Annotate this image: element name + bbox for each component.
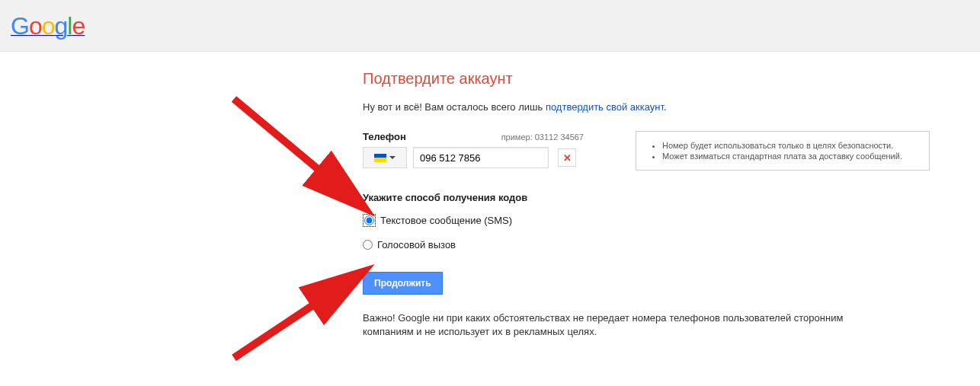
intro-text: Ну вот и всё! Вам осталось всего лишь по… <box>363 101 980 113</box>
info-item: Номер будет использоваться только в целя… <box>662 141 915 150</box>
radio-voice-label: Голосовой вызов <box>377 239 456 250</box>
phone-example: пример: 03112 34567 <box>501 132 584 142</box>
page-title: Подтвердите аккаунт <box>363 70 980 88</box>
country-selector[interactable] <box>363 147 407 168</box>
header: Google <box>0 0 980 52</box>
phone-label: Телефон <box>363 131 406 142</box>
chevron-down-icon <box>389 156 396 159</box>
privacy-notice: Важно! Google ни при каких обстоятельств… <box>363 311 866 339</box>
radio-voice[interactable]: Голосовой вызов <box>363 239 980 250</box>
close-icon: ✕ <box>563 152 572 164</box>
continue-button[interactable]: Продолжить <box>363 272 443 295</box>
delivery-method-section: Укажите способ получения кодов Текстовое… <box>363 192 980 250</box>
info-tooltip: Номер будет использоваться только в целя… <box>636 131 930 171</box>
confirm-account-link[interactable]: подтвердить свой аккаунт <box>546 101 664 113</box>
delivery-method-label: Укажите способ получения кодов <box>363 192 980 203</box>
radio-sms[interactable]: Текстовое сообщение (SMS) <box>363 214 980 227</box>
radio-sms-label: Текстовое сообщение (SMS) <box>380 215 512 226</box>
radio-voice-input[interactable] <box>363 240 373 250</box>
clear-button[interactable]: ✕ <box>558 148 576 167</box>
radio-sms-input[interactable] <box>364 215 374 225</box>
main-content: Подтвердите аккаунт Ну вот и всё! Вам ос… <box>0 52 980 339</box>
phone-input[interactable] <box>413 147 549 168</box>
flag-icon <box>374 154 386 162</box>
google-logo[interactable]: Google <box>11 12 85 40</box>
info-item: Может взиматься стандартная плата за дос… <box>662 152 915 161</box>
phone-row: Телефон пример: 03112 34567 ✕ Номер буде… <box>363 131 980 171</box>
phone-section: Телефон пример: 03112 34567 ✕ <box>363 131 584 168</box>
